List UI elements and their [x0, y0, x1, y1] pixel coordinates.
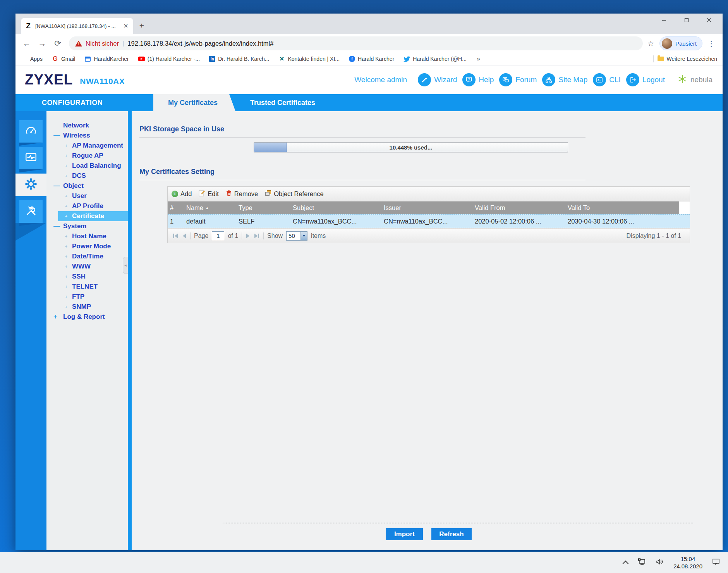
nav-sitemap[interactable]: Site Map	[542, 73, 587, 86]
tab-trusted-certificates[interactable]: Trusted Certificates	[235, 94, 328, 111]
device-model: NWA110AX	[80, 77, 125, 86]
sidebar-collapse-handle[interactable]: ◄	[123, 257, 128, 274]
tray-expand-icon[interactable]	[623, 560, 629, 566]
rail-monitor-button[interactable]	[19, 147, 43, 169]
nav-logout[interactable]: Logout	[626, 73, 665, 86]
sidebar-item-load-balancing[interactable]: +Load Balancing	[46, 161, 128, 171]
taskbar-clock[interactable]: 15:04 24.08.2020	[673, 555, 702, 570]
other-bookmarks-button[interactable]: Weitere Lesezeichen	[658, 56, 717, 62]
add-button[interactable]: + Add	[172, 190, 192, 198]
last-page-icon[interactable]	[254, 234, 260, 238]
avatar	[662, 38, 672, 49]
nav-wizard[interactable]: Wizard	[418, 73, 457, 86]
tools-icon	[24, 204, 38, 219]
profile-button[interactable]: Pausiert	[659, 36, 702, 50]
column-valid-to[interactable]: Valid To	[565, 204, 674, 212]
security-warning-label[interactable]: Nicht sicher	[86, 40, 119, 47]
bookmark-apps[interactable]: Apps	[21, 56, 43, 62]
column-number[interactable]: #	[168, 204, 184, 212]
sidebar-item-certificate[interactable]: +Certificate	[58, 211, 128, 221]
sidebar-item-ssh[interactable]: +SSH	[46, 272, 128, 282]
sidebar-item-system[interactable]: —System	[46, 221, 128, 231]
chevron-down-icon[interactable]	[300, 232, 307, 240]
tab-close-icon[interactable]: ✕	[122, 22, 129, 29]
notification-center-icon[interactable]	[712, 558, 720, 567]
page-input[interactable]	[212, 231, 224, 240]
first-page-icon[interactable]	[172, 234, 179, 238]
network-icon[interactable]	[638, 558, 646, 567]
url-text[interactable]: 192.168.178.34/ext-js/web-pages/index/in…	[127, 40, 273, 47]
refresh-button[interactable]: Refresh	[431, 528, 471, 540]
nav-forum[interactable]: Forum	[499, 73, 537, 86]
bullet-icon: +	[65, 305, 72, 309]
browser-tab[interactable]: Z [NWA110AX] (192.168.178.34) - ... ✕	[21, 18, 133, 34]
window-minimize-button[interactable]	[653, 14, 675, 27]
bookmarks-overflow-chevron[interactable]: »	[477, 55, 480, 62]
pki-storage-bar: 10.448% used...	[254, 142, 568, 152]
sidebar-item-log-report[interactable]: +Log & Report	[46, 312, 128, 322]
items-label: items	[311, 232, 326, 239]
sidebar-item-host-name[interactable]: +Host Name	[46, 231, 128, 241]
remove-button[interactable]: Remove	[226, 190, 258, 198]
sidebar-item-dcs[interactable]: +DCS	[46, 171, 128, 181]
next-page-icon[interactable]	[246, 234, 250, 238]
bookmark-star-icon[interactable]: ☆	[647, 39, 654, 48]
back-icon[interactable]: ←	[20, 37, 33, 50]
sidebar-item-www[interactable]: +WWW	[46, 262, 128, 272]
new-tab-button[interactable]: +	[136, 21, 147, 31]
column-valid-from[interactable]: Valid From	[472, 204, 565, 212]
sidebar-item-network[interactable]: Network	[46, 120, 128, 131]
sidebar-item-object[interactable]: —Object	[46, 181, 128, 191]
bullet-icon: +	[65, 295, 72, 299]
sidebar-item-power-mode[interactable]: +Power Mode	[46, 241, 128, 251]
app-header: ZYXEL NWA110AX Welcome admin Wizard ? He…	[15, 65, 723, 94]
column-issuer[interactable]: Issuer	[381, 204, 472, 212]
forward-icon[interactable]: →	[36, 37, 49, 50]
nebula-label: nebula	[690, 76, 713, 84]
import-button[interactable]: Import	[386, 528, 423, 540]
table-header: # Name▲ Type Subject Issuer Valid From V…	[168, 201, 690, 214]
bullet-icon: +	[65, 275, 72, 279]
rail-dashboard-button[interactable]	[19, 120, 43, 143]
address-bar[interactable]: Nicht sicher | 192.168.178.34/ext-js/web…	[69, 36, 643, 50]
rail-maintenance-button[interactable]	[19, 200, 43, 223]
bullet-icon: +	[65, 244, 72, 249]
bookmark-haraldkarcher[interactable]: HaraldKarcher	[84, 56, 129, 62]
column-subject[interactable]: Subject	[290, 204, 381, 212]
sidebar-item-ap-management[interactable]: +AP Management	[46, 141, 128, 151]
sidebar-item-ap-profile[interactable]: +AP Profile	[46, 201, 128, 211]
bookmark-facebook[interactable]: f Harald Karcher	[349, 56, 394, 62]
nav-cli[interactable]: CLI	[593, 73, 621, 86]
rail-configuration-button[interactable]	[15, 174, 46, 196]
bookmark-linkedin[interactable]: in Dr. Harald B. Karch...	[209, 56, 269, 62]
prev-page-icon[interactable]	[182, 234, 187, 238]
speaker-icon[interactable]	[656, 558, 664, 567]
sidebar-item-snmp[interactable]: +SNMP	[46, 302, 128, 312]
browser-menu-icon[interactable]: ⋮	[705, 37, 718, 50]
nav-help[interactable]: ? Help	[462, 73, 494, 86]
window-maximize-button[interactable]	[675, 14, 698, 27]
bookmark-youtube[interactable]: (1) Harald Karcher -...	[138, 56, 200, 62]
edit-button[interactable]: Edit	[199, 190, 218, 198]
sidebar-item-rogue-ap[interactable]: +Rogue AP	[46, 151, 128, 161]
bookmark-twitter[interactable]: Harald Karcher (@H...	[403, 56, 467, 62]
column-name[interactable]: Name▲	[184, 204, 236, 212]
nebula-link[interactable]: nebula	[676, 73, 713, 87]
window-icon	[84, 56, 91, 62]
object-reference-button[interactable]: Object Reference	[265, 190, 323, 198]
welcome-text: Welcome admin	[354, 76, 407, 84]
sidebar-item-user[interactable]: +User	[46, 191, 128, 201]
tab-my-certificates[interactable]: My Certificates	[153, 94, 235, 111]
bookmark-gmail[interactable]: G Gmail	[52, 56, 76, 62]
column-type[interactable]: Type	[236, 204, 290, 212]
page-size-select[interactable]: 50	[286, 231, 307, 241]
bookmark-xing[interactable]: ✕ Kontakte finden | XI...	[278, 56, 340, 62]
window-close-button[interactable]	[698, 14, 720, 27]
reload-icon[interactable]: ⟳	[51, 37, 64, 50]
sidebar-item-wireless[interactable]: —Wireless	[46, 131, 128, 141]
browser-window: Z [NWA110AX] (192.168.178.34) - ... ✕ + …	[15, 14, 723, 550]
table-row[interactable]: 1 default SELF CN=nwa110ax_BCC... CN=nwa…	[168, 214, 690, 228]
sidebar-item-telnet[interactable]: +TELNET	[46, 282, 128, 292]
sidebar-item-ftp[interactable]: +FTP	[46, 292, 128, 302]
sidebar-item-date-time[interactable]: +Date/Time	[46, 251, 128, 262]
